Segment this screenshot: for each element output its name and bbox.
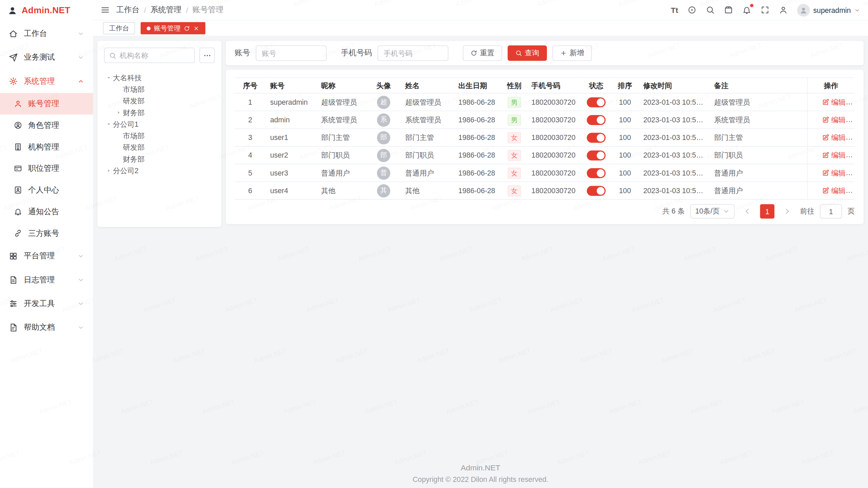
edit-button[interactable]: 编辑 [822,115,846,125]
tree-node[interactable]: 分公司2 [104,165,215,177]
gender-tag: 女 [508,185,521,196]
chevron-down-icon [78,54,84,61]
next-page-button[interactable] [780,204,794,218]
query-button[interactable]: 查询 [508,45,547,61]
sidebar-item-dev-tools[interactable]: 开发工具 [0,291,93,315]
status-toggle[interactable] [587,150,606,160]
edit-button[interactable]: 编辑 [822,186,846,196]
tree-more-button[interactable] [199,47,215,63]
edit-button[interactable]: 编辑 [822,150,846,160]
tree-node-label: 大名科技 [113,73,142,83]
brand[interactable]: Admin.NET [0,0,93,20]
collapse-menu-icon[interactable] [101,5,110,14]
phone-input[interactable] [377,45,448,61]
user-menu[interactable]: superadmin [797,4,860,17]
goto-page-input[interactable] [820,204,842,218]
sidebar-item-help-docs[interactable]: 帮助文档 [0,316,93,339]
cell-index: 4 [235,146,265,164]
sidebar-item-third-account[interactable]: 三方账号 [0,222,93,244]
edit-button[interactable]: 编辑 [822,133,846,142]
edit-button[interactable]: 编辑 [822,168,846,178]
status-toggle[interactable] [587,186,606,196]
main-area: 工作台/系统管理/账号管理 Tt superadmin 工作台账号管理 [93,0,868,488]
tab-refresh-icon[interactable] [184,25,190,31]
sidebar-item-role-manage[interactable]: 角色管理 [0,115,93,136]
caret-icon[interactable] [114,109,123,116]
sidebar-item-position-manage[interactable]: 职位管理 [0,158,93,179]
table-row: 1superadmin超级管理员超超级管理员1986-06-28男1802003… [235,93,855,111]
column-header: 手机号码 [527,78,581,93]
caret-icon[interactable] [104,168,113,174]
sidebar-item-system-manage[interactable]: 系统管理 [0,69,93,93]
status-toggle[interactable] [587,168,606,178]
cell-actions: 编辑 [807,182,854,199]
caret-icon[interactable] [104,121,113,127]
tab-close-icon[interactable] [193,25,199,31]
font-size-icon[interactable]: Tt [671,5,678,14]
cell-gender: 女 [501,129,527,146]
column-header: 头像 [367,78,401,93]
cell-remark: 部门主管 [710,129,807,146]
tree-node[interactable]: 分公司1 [104,118,215,130]
accounts-table: 序号账号昵称头像姓名出生日期性别手机号码状态排序修改时间备注操作 1supera… [235,78,855,200]
user-icon[interactable] [779,5,788,14]
caret-icon[interactable] [104,75,113,81]
sidebar-item-business-test[interactable]: 业务测试 [0,45,93,69]
status-toggle[interactable] [587,115,606,125]
account-input[interactable] [256,45,327,61]
component-box-icon[interactable] [724,5,733,14]
edit-button[interactable]: 编辑 [822,97,846,107]
breadcrumb-item[interactable]: 工作台 [116,5,140,15]
cell-actions: 编辑 [807,146,854,164]
sidebar-item-account-manage[interactable]: 账号管理 [0,93,93,115]
tree-node-label: 研发部 [123,96,144,106]
sidebar-item-personal-center[interactable]: 个人中心 [0,179,93,201]
bell-icon [742,5,751,14]
org-tree: 大名科技市场部研发部财务部分公司1市场部研发部财务部分公司2 [104,72,215,177]
edit-icon [822,187,829,194]
tree-node[interactable]: 研发部 [104,95,215,107]
tab-account-manage[interactable]: 账号管理 [141,22,205,34]
tree-node[interactable]: 财务部 [104,107,215,118]
add-button[interactable]: 新增 [552,45,592,61]
fullscreen-icon[interactable] [761,5,769,14]
tree-node[interactable]: 市场部 [104,130,215,142]
cell-birthdate: 1986-06-28 [454,93,501,111]
gender-tag: 女 [508,150,521,161]
tab-workbench[interactable]: 工作台 [103,22,135,34]
sidebar-item-org-manage[interactable]: 机构管理 [0,136,93,158]
tree-node[interactable]: 大名科技 [104,72,215,83]
status-toggle[interactable] [587,133,606,142]
page-number-button[interactable]: 1 [760,204,774,218]
cell-phone: 18020030720 [527,93,581,111]
cell-account: user2 [266,146,317,164]
cell-status [581,129,611,146]
search-icon[interactable] [706,5,715,14]
theme-icon[interactable] [688,5,696,14]
sidebar: Admin.NET 工作台业务测试系统管理账号管理角色管理机构管理职位管理个人中… [0,0,93,488]
reset-button[interactable]: 重置 [463,45,502,61]
page-size-select[interactable]: 10条/页 [690,204,735,218]
org-tree-toolbar [104,47,215,63]
column-header: 备注 [710,78,807,93]
cell-birthdate: 1986-06-28 [454,182,501,199]
phone-label: 手机号码 [341,48,372,58]
sidebar-item-log-manage[interactable]: 日志管理 [0,268,93,291]
cell-status [581,146,611,164]
sidebar-item-label: 机构管理 [28,142,59,152]
status-toggle[interactable] [587,97,606,107]
org-search-input[interactable] [120,51,190,59]
notification-bell-button[interactable] [742,5,751,14]
tree-node[interactable]: 市场部 [104,84,215,95]
sidebar-item-workbench[interactable]: 工作台 [0,22,93,45]
sidebar-item-notice[interactable]: 通知公告 [0,201,93,223]
prev-page-button[interactable] [740,204,754,218]
sidebar-item-label: 帮助文档 [24,322,55,332]
breadcrumb-item[interactable]: 系统管理 [151,5,181,15]
table-row: 4user2部门职员部部门职员1986-06-28女18020030720100… [235,146,855,164]
tree-node[interactable]: 研发部 [104,142,215,153]
tree-node[interactable]: 财务部 [104,153,215,165]
sidebar-item-platform-manage[interactable]: 平台管理 [0,244,93,268]
cell-account: admin [266,111,317,128]
sidebar-item-label: 通知公告 [28,207,59,217]
